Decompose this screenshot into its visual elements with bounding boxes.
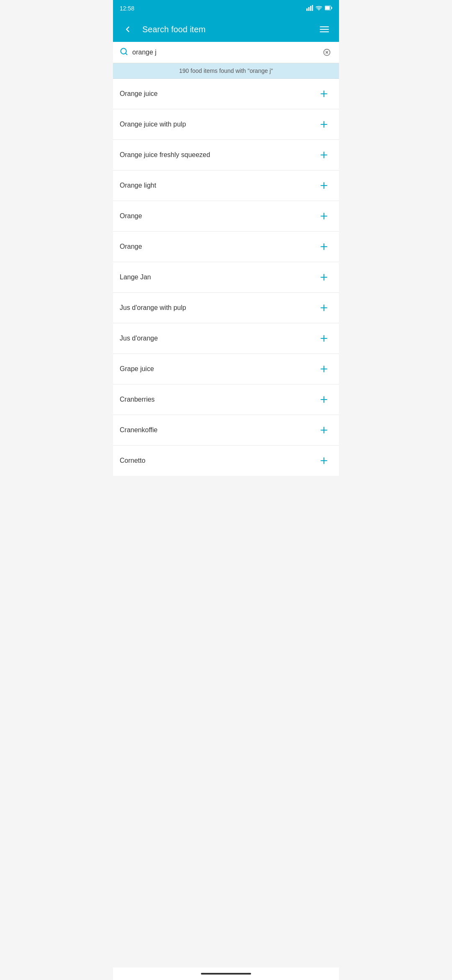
add-food-button[interactable]: [316, 118, 332, 131]
menu-line-3: [320, 31, 329, 32]
nav-bar-line: [201, 973, 251, 975]
toolbar: Search food item: [113, 17, 339, 42]
status-bar: 12:58: [113, 0, 339, 17]
svg-point-4: [318, 10, 319, 10]
menu-button[interactable]: [316, 23, 332, 36]
svg-rect-7: [331, 7, 332, 9]
food-list-item[interactable]: Orange: [113, 232, 339, 262]
wifi-icon: [316, 5, 322, 12]
nav-bar: [113, 967, 339, 980]
svg-rect-1: [308, 7, 310, 11]
svg-line-9: [126, 53, 127, 54]
food-item-name: Orange light: [120, 182, 316, 189]
search-clear-button[interactable]: [321, 47, 332, 58]
food-item-name: Cornetto: [120, 457, 316, 464]
food-list-item[interactable]: Jus d'orange with pulp: [113, 293, 339, 323]
search-input[interactable]: [132, 49, 317, 56]
food-item-name: Jus d'orange with pulp: [120, 304, 316, 312]
add-food-button[interactable]: [316, 393, 332, 406]
food-list-item[interactable]: Orange: [113, 201, 339, 232]
svg-rect-6: [325, 6, 330, 10]
signal-icon: [306, 5, 313, 12]
search-bar: [113, 42, 339, 63]
food-item-name: Lange Jan: [120, 273, 316, 281]
page-title: Search food item: [142, 25, 316, 34]
add-food-button[interactable]: [316, 332, 332, 345]
food-list-item[interactable]: Orange juice with pulp: [113, 109, 339, 140]
food-list-item[interactable]: Jus d'orange: [113, 323, 339, 354]
food-item-name: Cranberries: [120, 396, 316, 403]
result-count-text: 190 food items found with "orange j": [179, 67, 273, 74]
add-food-button[interactable]: [316, 454, 332, 467]
add-food-button[interactable]: [316, 209, 332, 223]
food-item-name: Orange juice freshly squeezed: [120, 151, 316, 159]
menu-line-2: [320, 29, 329, 30]
food-list-item[interactable]: Cornetto: [113, 446, 339, 476]
food-item-name: Orange: [120, 243, 316, 250]
battery-icon: [325, 5, 332, 12]
food-list-item[interactable]: Grape juice: [113, 354, 339, 384]
result-count-banner: 190 food items found with "orange j": [113, 63, 339, 79]
svg-rect-2: [310, 6, 311, 11]
add-food-button[interactable]: [316, 271, 332, 284]
food-list: Orange juice Orange juice with pulp Oran…: [113, 79, 339, 476]
add-food-button[interactable]: [316, 301, 332, 315]
food-list-item[interactable]: Orange juice freshly squeezed: [113, 140, 339, 170]
food-list-item[interactable]: Lange Jan: [113, 262, 339, 293]
add-food-button[interactable]: [316, 148, 332, 162]
add-food-button[interactable]: [316, 179, 332, 192]
food-item-name: Orange juice with pulp: [120, 121, 316, 128]
food-item-name: Cranenkoffie: [120, 426, 316, 434]
food-item-name: Orange: [120, 212, 316, 220]
add-food-button[interactable]: [316, 87, 332, 101]
add-food-button[interactable]: [316, 423, 332, 437]
status-icons: [306, 5, 332, 12]
food-list-item[interactable]: Orange juice: [113, 79, 339, 109]
add-food-button[interactable]: [316, 240, 332, 253]
search-icon: [120, 47, 128, 58]
back-button[interactable]: [120, 21, 136, 37]
status-time: 12:58: [120, 5, 134, 12]
add-food-button[interactable]: [316, 362, 332, 376]
svg-rect-3: [312, 5, 313, 11]
food-item-name: Orange juice: [120, 90, 316, 98]
food-list-item[interactable]: Cranenkoffie: [113, 415, 339, 446]
menu-line-1: [320, 26, 329, 27]
food-list-item[interactable]: Cranberries: [113, 384, 339, 415]
food-item-name: Jus d'orange: [120, 335, 316, 342]
food-item-name: Grape juice: [120, 365, 316, 373]
food-list-item[interactable]: Orange light: [113, 170, 339, 201]
svg-rect-0: [306, 8, 308, 11]
